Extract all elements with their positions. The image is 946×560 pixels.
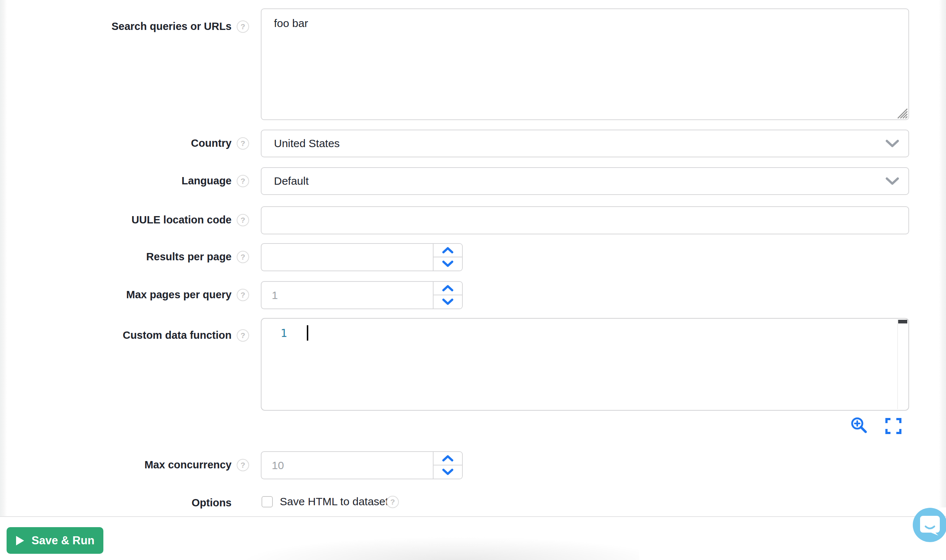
help-icon[interactable]: ?: [237, 459, 249, 471]
editor-fullscreen-icon[interactable]: [885, 418, 901, 434]
editor-scrollbar-thumb[interactable]: [898, 320, 907, 323]
save-html-checkbox[interactable]: [262, 496, 273, 508]
max-concurrency-input[interactable]: [261, 451, 433, 479]
search-queries-textarea[interactable]: foo bar: [261, 8, 909, 120]
uule-input[interactable]: [261, 206, 909, 234]
textarea-resize-handle[interactable]: [895, 106, 908, 119]
chevron-down-icon: [442, 260, 454, 267]
editor-text-cursor: [307, 325, 308, 341]
decrement-button[interactable]: [434, 257, 462, 271]
page-right-shadow: [939, 0, 946, 508]
save-and-run-button[interactable]: Save & Run: [6, 527, 103, 554]
custom-data-function-code-editor[interactable]: 1: [261, 318, 909, 411]
increment-button[interactable]: [434, 282, 462, 295]
help-icon[interactable]: ?: [387, 496, 399, 508]
editor-scrollbar-track[interactable]: [897, 319, 898, 409]
help-icon[interactable]: ?: [237, 214, 249, 226]
chevron-down-icon: [442, 468, 454, 475]
chevron-up-icon: [442, 247, 454, 254]
help-icon[interactable]: ?: [237, 251, 249, 263]
help-icon[interactable]: ?: [237, 137, 249, 150]
max-pages-label: Max pages per query: [0, 288, 231, 301]
save-and-run-label: Save & Run: [31, 534, 94, 547]
country-label: Country: [0, 137, 231, 149]
chat-widget-button[interactable]: [913, 508, 946, 542]
decrement-button[interactable]: [434, 295, 462, 309]
editor-zoom-in-icon[interactable]: [850, 417, 868, 434]
results-per-page-stepper: [261, 243, 463, 271]
options-label: Options: [0, 497, 231, 509]
decrement-button[interactable]: [434, 465, 462, 479]
uule-label: UULE location code: [0, 214, 231, 226]
chevron-down-icon: [885, 139, 900, 148]
max-pages-input[interactable]: [261, 281, 433, 309]
chat-bubble-icon: [919, 514, 940, 536]
country-selected-value: United States: [274, 137, 340, 150]
country-select[interactable]: United States: [261, 129, 909, 157]
increment-button[interactable]: [434, 244, 462, 257]
search-queries-label: Search queries or URLs: [0, 20, 231, 32]
help-icon[interactable]: ?: [237, 175, 249, 187]
editor-line-number: 1: [280, 327, 287, 340]
chevron-down-icon: [885, 177, 900, 185]
language-select[interactable]: Default: [261, 167, 909, 195]
help-icon[interactable]: ?: [237, 289, 249, 301]
language-label: Language: [0, 174, 231, 187]
custom-data-function-label: Custom data function: [0, 329, 231, 342]
chevron-up-icon: [442, 285, 454, 292]
chevron-up-icon: [442, 455, 454, 462]
results-per-page-label: Results per page: [0, 251, 231, 263]
results-per-page-input[interactable]: [261, 243, 433, 271]
max-concurrency-label: Max concurrency: [0, 458, 231, 471]
help-icon[interactable]: ?: [237, 20, 249, 33]
footer-bar: [0, 517, 946, 560]
play-icon: [15, 535, 25, 546]
language-selected-value: Default: [274, 175, 309, 187]
chevron-down-icon: [442, 298, 454, 305]
increment-button[interactable]: [434, 452, 462, 465]
save-html-checkbox-label[interactable]: Save HTML to dataset: [280, 495, 388, 508]
help-icon[interactable]: ?: [237, 329, 249, 342]
max-pages-stepper: [261, 281, 463, 309]
max-concurrency-stepper: [261, 451, 463, 479]
